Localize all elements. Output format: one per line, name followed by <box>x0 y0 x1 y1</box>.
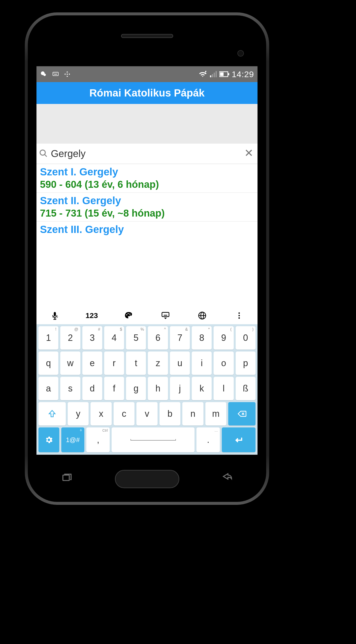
key-ß[interactable]: ß <box>236 377 256 400</box>
key-label: f <box>113 383 115 394</box>
keyboard-indicator-icon <box>51 71 60 77</box>
key-label: o <box>221 358 226 368</box>
key-label: h <box>156 383 160 394</box>
clear-icon[interactable] <box>244 148 253 159</box>
key-secondary: @ <box>74 327 78 332</box>
key-s[interactable]: s <box>60 377 80 400</box>
key-t[interactable]: t <box>126 352 146 375</box>
key-3[interactable]: #3 <box>82 326 102 350</box>
numbers-toggle[interactable]: 123 <box>74 311 110 320</box>
settings-key[interactable] <box>38 428 59 452</box>
period-key[interactable]: … . <box>196 428 220 452</box>
key-2[interactable]: @2 <box>60 326 80 350</box>
key-secondary: ) <box>252 327 254 332</box>
comma-key[interactable]: Ctrl , <box>86 428 110 452</box>
key-g[interactable]: g <box>126 377 146 400</box>
key-k[interactable]: k <box>192 377 212 400</box>
svg-point-38 <box>238 315 240 316</box>
recent-apps-button[interactable] <box>60 472 74 486</box>
svg-rect-17 <box>228 73 229 76</box>
key-9[interactable]: (9 <box>214 326 234 350</box>
key-q[interactable]: q <box>38 352 58 375</box>
key-p[interactable]: p <box>236 352 256 375</box>
list-item[interactable]: Szent III. Gergely <box>36 222 258 236</box>
enter-key[interactable] <box>222 428 256 452</box>
svg-point-24 <box>126 314 127 315</box>
space-key[interactable] <box>112 428 194 452</box>
list-item[interactable]: Szent II. Gergely 715 - 731 (15 év, ~8 h… <box>36 193 258 222</box>
svg-point-1 <box>44 74 46 76</box>
backspace-key[interactable] <box>228 402 256 426</box>
key-c[interactable]: c <box>114 402 134 426</box>
svg-point-18 <box>40 150 46 155</box>
key-j[interactable]: j <box>170 377 190 400</box>
mic-icon[interactable] <box>36 311 73 320</box>
shift-key[interactable] <box>38 402 66 426</box>
key-label: a <box>46 383 51 394</box>
key-a[interactable]: a <box>38 377 58 400</box>
key-y[interactable]: y <box>68 402 88 426</box>
svg-rect-42 <box>81 429 81 430</box>
key-label: 1 <box>46 333 51 343</box>
key-8[interactable]: *8 <box>192 326 212 350</box>
result-name: Szent II. Gergely <box>40 195 254 207</box>
key-i[interactable]: i <box>192 352 212 375</box>
key-v[interactable]: v <box>136 402 157 426</box>
key-label: x <box>99 408 104 419</box>
symbols-key[interactable]: 1@# <box>61 428 84 452</box>
keyboard-toolbar: 123 <box>36 307 258 324</box>
key-6[interactable]: ^6 <box>148 326 168 350</box>
key-0[interactable]: )0 <box>236 326 256 350</box>
key-secondary: # <box>98 327 100 332</box>
key-secondary: ! <box>55 327 56 332</box>
overflow-icon[interactable] <box>221 311 258 320</box>
svg-rect-11 <box>210 76 211 78</box>
key-7[interactable]: &7 <box>170 326 190 350</box>
key-d[interactable]: d <box>82 377 102 400</box>
key-m[interactable]: m <box>206 402 226 426</box>
hide-keyboard-icon[interactable] <box>147 311 184 320</box>
key-r[interactable]: r <box>104 352 124 375</box>
globe-icon[interactable] <box>184 311 220 320</box>
key-label: i <box>201 358 203 368</box>
key-1[interactable]: !1 <box>38 326 58 350</box>
key-f[interactable]: f <box>104 377 124 400</box>
search-row <box>36 144 258 164</box>
palette-icon[interactable] <box>110 311 147 320</box>
key-u[interactable]: u <box>170 352 190 375</box>
keyboard-row-1: !1@2#3$4%5^6&7*8(9)0 <box>36 324 258 350</box>
svg-point-8 <box>67 74 68 75</box>
key-z[interactable]: z <box>148 352 168 375</box>
list-item[interactable]: Szent I. Gergely 590 - 604 (13 év, 6 hón… <box>36 164 258 193</box>
key-label: v <box>145 408 149 419</box>
search-icon <box>39 149 48 159</box>
svg-rect-28 <box>162 312 169 316</box>
key-n[interactable]: n <box>182 402 203 426</box>
key-x[interactable]: x <box>90 402 112 426</box>
key-l[interactable]: l <box>214 377 234 400</box>
key-o[interactable]: o <box>214 352 234 375</box>
key-secondary: ^ <box>164 327 166 332</box>
key-h[interactable]: h <box>148 377 168 400</box>
key-label: y <box>76 408 80 419</box>
key-label: 8 <box>199 333 204 343</box>
key-secondary: % <box>140 327 144 332</box>
key-secondary: & <box>185 327 188 332</box>
home-button[interactable] <box>115 470 179 488</box>
back-button[interactable] <box>220 472 234 486</box>
svg-rect-12 <box>212 74 213 78</box>
keyboard: 123 !1@2#3$4%5^6&7*8(9)0 <box>36 307 258 455</box>
key-label: e <box>90 358 95 368</box>
comma-sec: Ctrl <box>102 428 108 432</box>
key-b[interactable]: b <box>160 402 180 426</box>
key-label: b <box>168 408 172 419</box>
search-input[interactable] <box>51 148 244 159</box>
status-right: 14:29 <box>198 70 254 79</box>
key-label: l <box>223 383 225 394</box>
result-reign: 590 - 604 (13 év, 6 hónap) <box>40 179 254 190</box>
key-5[interactable]: %5 <box>126 326 146 350</box>
key-e[interactable]: e <box>82 352 102 375</box>
key-w[interactable]: w <box>60 352 80 375</box>
key-label: u <box>178 358 182 368</box>
key-4[interactable]: $4 <box>104 326 124 350</box>
